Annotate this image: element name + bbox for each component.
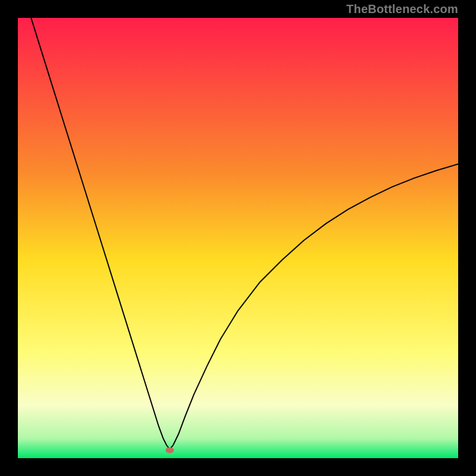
watermark-text: TheBottleneck.com bbox=[346, 2, 458, 16]
chart-background bbox=[18, 18, 458, 458]
chart-marker bbox=[165, 447, 174, 453]
outer-frame: TheBottleneck.com bbox=[0, 0, 476, 476]
plot-area bbox=[18, 18, 458, 458]
chart-svg bbox=[18, 18, 458, 458]
